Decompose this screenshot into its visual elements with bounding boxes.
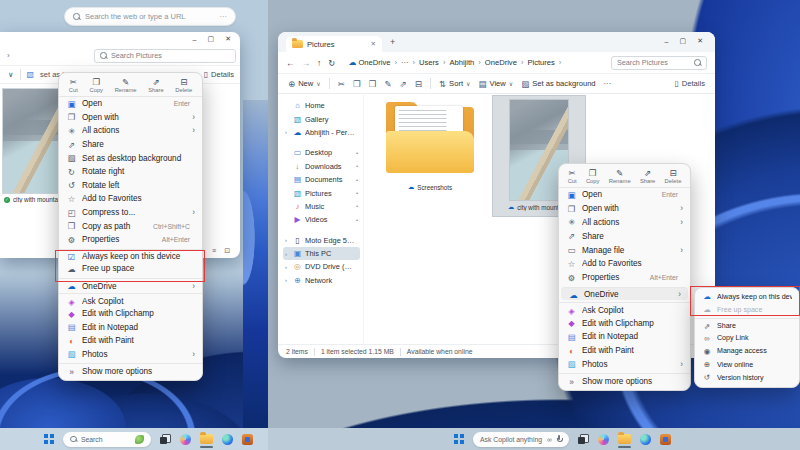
search-input[interactable]: Search Pictures — [94, 49, 236, 63]
taskbar-search-box[interactable]: Search — [63, 432, 151, 447]
submenu-item[interactable]: ☁ Free up space — [695, 303, 799, 316]
back-button[interactable]: ← — [286, 58, 295, 68]
start-button[interactable] — [44, 434, 54, 444]
search-input[interactable]: Search Pictures — [611, 56, 707, 70]
new-tab-button[interactable]: + — [390, 37, 395, 47]
task-view-icon[interactable] — [578, 434, 589, 444]
menu-item[interactable]: ▣ Open Enter — [559, 188, 690, 202]
menu-item[interactable]: ↻ Rotate right — [59, 165, 202, 179]
minimize-button[interactable]: – — [665, 38, 669, 45]
menu-item[interactable]: ☁ OneDrive › — [561, 287, 688, 301]
sidebar-item[interactable]: › ▯ Moto Edge 50 Neo — [283, 234, 360, 247]
more-options-icon[interactable]: ··· — [220, 12, 228, 21]
microphone-icon[interactable] — [556, 435, 562, 444]
copilot-search-box[interactable]: Ask Copilot anything ∞ — [473, 432, 569, 447]
tab-close-icon[interactable]: ✕ — [371, 40, 376, 48]
menu-item[interactable]: ❐ Open with › — [59, 111, 202, 125]
sidebar-item[interactable]: ▧ Pictures • — [283, 186, 360, 199]
copilot-icon[interactable] — [598, 434, 609, 445]
copilot-icon[interactable] — [180, 434, 191, 445]
folder-tile-screenshots[interactable]: ☁ Screenshots — [378, 101, 482, 191]
menu-action-button[interactable]: ⇗ Share — [640, 169, 655, 184]
menu-item[interactable]: ▧ Photos › — [559, 358, 690, 372]
refresh-button[interactable]: ↻ — [328, 58, 335, 68]
breadcrumb-item[interactable]: Users — [419, 58, 449, 67]
menu-item[interactable]: ◆ Edit with Clipchamp — [559, 316, 690, 330]
breadcrumb-item[interactable]: OneDrive — [485, 58, 528, 67]
file-explorer-icon[interactable] — [200, 434, 213, 444]
minimize-button[interactable]: – — [193, 36, 197, 43]
breadcrumb-item[interactable]: OneDrive — [358, 58, 401, 67]
menu-item[interactable]: ❐ Open with › — [559, 202, 690, 216]
menu-item[interactable]: » Show more options — [59, 363, 202, 377]
breadcrumb-item[interactable]: Pictures — [527, 58, 565, 67]
close-button[interactable]: ✕ — [225, 35, 231, 43]
app-icon[interactable] — [242, 434, 253, 445]
menu-item[interactable]: ⇗ Share — [59, 138, 202, 152]
details-button[interactable]: Details — [682, 79, 705, 88]
menu-action-button[interactable]: ⊟ Delete — [665, 169, 682, 184]
menu-action-button[interactable]: ⇗ Share — [148, 78, 163, 93]
menu-action-button[interactable]: ✂ Cut — [69, 78, 78, 93]
sidebar-item[interactable]: ▶ Videos • — [283, 213, 360, 226]
sidebar-item[interactable]: › ◎ DVD Drive (D:) CCC — [283, 260, 360, 273]
menu-item[interactable]: ▧ Photos › — [59, 348, 202, 362]
menu-item[interactable]: ◐ Edit with Paint — [59, 334, 202, 348]
menu-action-button[interactable]: ⊟ Delete — [175, 78, 192, 93]
submenu-item[interactable]: ∞ Copy Link — [695, 332, 799, 345]
menu-action-button[interactable]: ❐ Copy — [586, 169, 600, 184]
menu-item[interactable]: ☑ Always keep on this device — [59, 249, 202, 263]
submenu-item[interactable]: ⊕ View online — [695, 358, 799, 371]
copy-icon[interactable]: ❐ — [353, 79, 361, 89]
sidebar-item[interactable]: ▤ Documents • — [283, 173, 360, 186]
view-button[interactable]: ▤ View ∨ — [478, 79, 513, 89]
submenu-item[interactable]: ☁ Always keep on this device — [695, 290, 799, 303]
menu-item[interactable]: ▭ Manage file › — [559, 243, 690, 257]
menu-item[interactable]: ▣ Open Enter — [59, 97, 202, 111]
menu-item[interactable]: ↺ Rotate left — [59, 179, 202, 193]
menu-action-button[interactable]: ❐ Copy — [89, 78, 103, 93]
sort-button[interactable]: ⇅ Sort ∨ — [439, 79, 470, 89]
more-options-button[interactable]: ··· — [604, 79, 612, 88]
menu-item[interactable]: ⚙ Properties Alt+Enter — [59, 233, 202, 247]
view-toggle-icons[interactable]: ≡ ⊡ — [212, 247, 233, 255]
menu-item[interactable]: ⇗ Share — [559, 229, 690, 243]
cut-icon[interactable]: ✂ — [338, 79, 345, 89]
menu-item[interactable]: » Show more options — [559, 373, 690, 387]
web-search-bar[interactable]: Search the web or type a URL ··· — [64, 7, 236, 26]
close-button[interactable]: ✕ — [697, 37, 703, 45]
details-button[interactable]: Details — [211, 70, 234, 79]
menu-item[interactable]: ✳ All actions › — [59, 124, 202, 138]
sidebar-item[interactable]: › ☁ Abhijith - Personal — [283, 126, 360, 139]
menu-item[interactable]: ☆ Add to Favorites — [59, 192, 202, 206]
paste-icon[interactable]: ❒ — [369, 79, 377, 89]
breadcrumb[interactable]: › — [7, 51, 10, 60]
submenu-item[interactable]: ⇗ Share — [695, 318, 799, 331]
app-icon[interactable] — [660, 434, 671, 445]
sidebar-item[interactable]: ▭ Desktop • — [283, 146, 360, 159]
tab-pictures[interactable]: Pictures ✕ — [286, 36, 382, 52]
set-as-background-button[interactable]: ▧ Set as background — [521, 79, 595, 89]
submenu-item[interactable]: ◉ Manage access — [695, 345, 799, 358]
file-explorer-icon[interactable] — [618, 434, 631, 444]
menu-item[interactable]: ⚙ Properties Alt+Enter — [559, 271, 690, 285]
menu-item[interactable]: ◐ Edit with Paint — [559, 344, 690, 358]
menu-item[interactable]: ◈ Ask Copilot — [59, 293, 202, 307]
view-dropdown-chevron-icon[interactable]: ∨ — [8, 70, 14, 79]
menu-item[interactable]: ☁ Free up space — [59, 262, 202, 276]
menu-item[interactable]: ◆ Edit with Clipchamp — [59, 307, 202, 321]
maximize-button[interactable]: ▢ — [680, 37, 687, 45]
menu-item[interactable]: ◰ Compress to... › — [59, 206, 202, 220]
sidebar-item[interactable]: ♪ Music • — [283, 200, 360, 213]
sidebar-item[interactable]: ▧ Gallery — [283, 112, 360, 125]
up-button[interactable]: ↑ — [317, 58, 321, 68]
menu-item[interactable]: ☆ Add to Favorites — [559, 257, 690, 271]
maximize-button[interactable]: ▢ — [208, 35, 215, 43]
menu-action-button[interactable]: ✂ Cut — [568, 169, 577, 184]
forward-button[interactable]: → — [302, 58, 311, 68]
menu-item[interactable]: ▤ Edit in Notepad — [59, 321, 202, 335]
menu-item[interactable]: ▤ Edit in Notepad — [559, 330, 690, 344]
menu-item[interactable]: ❒ Copy as path Ctrl+Shift+C — [59, 219, 202, 233]
menu-item[interactable]: ✳ All actions › — [559, 216, 690, 230]
delete-icon[interactable]: ⊟ — [415, 79, 422, 89]
